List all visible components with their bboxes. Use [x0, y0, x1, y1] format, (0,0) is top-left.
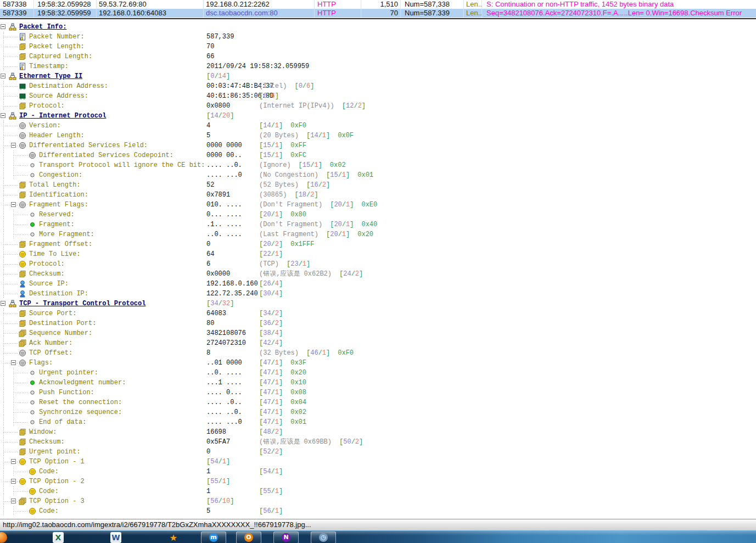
byte-offset-bracket: [54/1]: [259, 468, 283, 475]
expander-minus[interactable]: [1, 74, 5, 79]
taskbar-button-outlook[interactable]: O: [236, 531, 261, 543]
tree-row-checksum[interactable]: Checksum:0x0000(错误,应该是 0x62B2)[24/2]: [0, 269, 756, 279]
pages-icon: [19, 240, 26, 248]
field-details: [47/1]0x10: [259, 378, 306, 388]
tree-row-urgent-pointer[interactable]: Urgent pointer:..0. ....[47/1]0x20: [0, 368, 756, 378]
field-value: 0x5FA7: [206, 437, 230, 447]
tree-row-tcp-option-3[interactable]: TCP Option - 3[56/10]: [0, 496, 756, 506]
expander-minus[interactable]: [1, 113, 5, 118]
tree-row-protocol[interactable]: Protocol:6(TCP)[23/1]: [0, 259, 756, 269]
field-value: 4: [206, 121, 210, 131]
taskbar-button-media[interactable]: m: [201, 531, 226, 543]
tree-row-checksum[interactable]: Checksum:0x5FA7(错误,应该是 0x69BB)[50/2]: [0, 437, 756, 447]
tree-row-urgent-point[interactable]: Urgent point:0[52/2]: [0, 447, 756, 457]
tree-row-packet-number[interactable]: Packet Number:587,339: [0, 32, 756, 42]
expander-minus[interactable]: [1, 301, 5, 306]
tree-row-ethernet-type-ii[interactable]: Ethernet Type II[0/14]: [0, 71, 756, 81]
tree-row-sequence-number[interactable]: Sequence Number:3482108076[38/4]: [0, 328, 756, 338]
expander-minus[interactable]: [11, 459, 16, 464]
tree-row-packet-length[interactable]: Packet Length:70: [0, 42, 756, 52]
tree-guide: [4, 442, 18, 443]
tree-row-destination-port[interactable]: Destination Port:80[36/2]: [0, 318, 756, 328]
tree-row-window[interactable]: Window:16698[48/2]: [0, 427, 756, 437]
tree-row-destination-ip[interactable]: Destination IP:122.72.35.240[30/4]: [0, 289, 756, 299]
tree-row-transport-protocol-will-ignore-the-ce-bit[interactable]: Transport Protocol will ignore the CE bi…: [0, 160, 756, 170]
dot-gray-icon: [29, 211, 36, 219]
tree-row-push-function[interactable]: Push Function:.... 0...[47/1]0x08: [0, 388, 756, 398]
tree-row-tcp-option-2[interactable]: TCP Option - 2[55/1]: [0, 477, 756, 486]
tree-row-more-fragment[interactable]: More Fragment:..0. ....(Last Fragment)[2…: [0, 229, 756, 239]
tree-row-code[interactable]: Code:1[55/1]: [0, 486, 756, 496]
field-details: [55/1]: [259, 486, 290, 496]
tree-guide: [13, 417, 14, 427]
tree-row-source-ip[interactable]: Source IP:192.168.0.160[26/4]: [0, 279, 756, 289]
tree-row-identification[interactable]: Identification:0x7891(30865)[18/2]: [0, 190, 756, 200]
tree-row-tcp-option-1[interactable]: TCP Option - 1[54/1]: [0, 457, 756, 467]
tree-guide: [14, 215, 28, 215]
taskbar-button-excel[interactable]: X: [52, 532, 65, 543]
tree-row-captured-length[interactable]: Captured Length:66: [0, 52, 756, 61]
field-details: [55/1]: [206, 477, 238, 486]
byte-offset-bracket: [16/2]: [306, 181, 330, 189]
tree-row-acknowledgment-number[interactable]: Acknowledgment number:...1 ....[47/1]0x1…: [0, 378, 756, 388]
tree-row-total-length[interactable]: Total Length:52(52 Bytes)[16/2]: [0, 180, 756, 190]
tree-row-code[interactable]: Code:5[56/1]: [0, 506, 756, 516]
tree-row-destination-address[interactable]: Destination Address:00:03:47:4B:B4:37(In…: [0, 81, 756, 91]
tree-guide: [3, 170, 4, 180]
packet-row-587339[interactable]: 58733919:58:32.059959192.168.0.160:64083…: [0, 9, 756, 18]
tree-guide: [4, 353, 18, 354]
tree-row-fragment[interactable]: Fragment:.1.. ....(Don't Fragment)[20/1]…: [0, 220, 756, 229]
taskbar-button-firefox[interactable]: ★: [167, 532, 180, 543]
tree-row-differentiated-services-codepoint[interactable]: Differentiated Services Codepoint:0000 0…: [0, 150, 756, 160]
expander-minus[interactable]: [11, 143, 16, 148]
tree-row-protocol[interactable]: Protocol:0x0800(Internet IP(IPv4))[12/2]: [0, 101, 756, 111]
tree-row-source-address[interactable]: Source Address:40:61:86:35:06:8D[6/6]: [0, 91, 756, 101]
tree-row-ip-internet-protocol[interactable]: IP - Internet Protocol[14/20]: [0, 111, 756, 121]
expander-minus[interactable]: [11, 479, 16, 484]
tree-row-fragment-offset[interactable]: Fragment Offset:0[20/2]0x1FFF: [0, 239, 756, 249]
tree-guide: [14, 402, 28, 403]
tree-row-timestamp[interactable]: Timestamp:2011/09/24 19:58:32.059959: [0, 61, 756, 71]
expander-minus[interactable]: [1, 24, 5, 29]
circle-gray-icon: [29, 152, 36, 159]
tree-row-header-length[interactable]: Header Length:5(20 Bytes)[14/1]0x0F: [0, 131, 756, 141]
tree-row-tcp-offset[interactable]: TCP Offset:8(32 Bytes)[46/1]0xF0: [0, 348, 756, 358]
tree-guide: [13, 229, 14, 239]
tree-row-end-of-data[interactable]: End of data:.... ...0[47/1]0x01: [0, 417, 756, 427]
field-details: [47/1]0x08: [259, 388, 306, 398]
tree-row-congestion[interactable]: Congestion:.... ...0(No Congestion)[15/1…: [0, 170, 756, 180]
taskbar-button-word[interactable]: W: [109, 532, 122, 543]
tree-row-ack-number[interactable]: Ack Number:2724072310[42/4]: [0, 338, 756, 348]
tree-row-version[interactable]: Version:4[14/1]0xF0: [0, 121, 756, 131]
byte-offset-bracket: [42/4]: [259, 339, 283, 347]
tree-row-reserved[interactable]: Reserved:0... ....[20/1]0x80: [0, 210, 756, 220]
tree-row-time-to-live[interactable]: Time To Live:64[22/1]: [0, 249, 756, 259]
taskbar-button-onenote[interactable]: N: [273, 531, 299, 543]
tree-row-source-port[interactable]: Source Port:64083[34/2]: [0, 309, 756, 318]
circle-yellow-icon: [19, 260, 26, 268]
field-label: Header Length:: [29, 131, 85, 141]
tree-row-reset-the-connection[interactable]: Reset the connection:.... .0..[47/1]0x04: [0, 398, 756, 407]
expander-minus[interactable]: [11, 360, 16, 365]
tree-row-code[interactable]: Code:1[54/1]: [0, 467, 756, 477]
form-icon: [19, 33, 26, 41]
col-size: 70: [361, 9, 401, 18]
packet-row-587338[interactable]: 58733819:58:32.05992859.53.72.69:80192.1…: [0, 0, 756, 9]
field-value: 0... ....: [206, 210, 242, 220]
expander-minus[interactable]: [11, 499, 16, 503]
taskbar-button-clock[interactable]: ◷: [311, 531, 336, 543]
net-icon: [9, 300, 16, 307]
tree-guide: [14, 472, 28, 472]
tree-guide: [14, 383, 28, 383]
expander-minus[interactable]: [11, 202, 16, 207]
taskbar-button-app-orange[interactable]: [0, 532, 8, 543]
tree-row-synchronize-sequence[interactable]: Synchronize sequence:.... ..0.[47/1]0x02: [0, 407, 756, 417]
tree-row-packet-info[interactable]: Packet Info:: [0, 22, 756, 32]
field-value: 52: [206, 180, 214, 190]
field-note: (52 Bytes): [259, 181, 299, 189]
tree-row-flags[interactable]: Flags:..01 0000[47/1]0x3F: [0, 358, 756, 368]
tree-row-tcp-transport-control-protocol[interactable]: TCP - Transport Control Protocol[34/32]: [0, 299, 756, 309]
tree-row-differentiated-services-field[interactable]: Differentiated Services Field:0000 0000[…: [0, 141, 756, 150]
tree-row-fragment-flags[interactable]: Fragment Flags:010. ....(Don't Fragment)…: [0, 200, 756, 210]
byte-offset-bracket: [15/1]: [299, 161, 322, 169]
